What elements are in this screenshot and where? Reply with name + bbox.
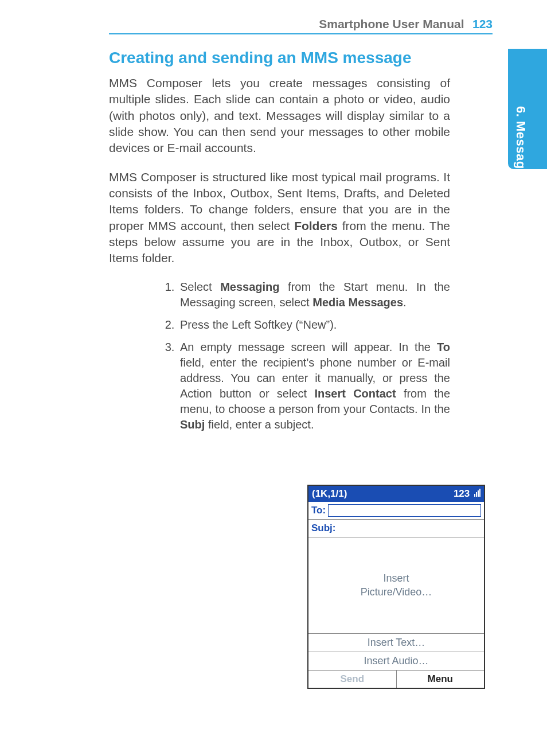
intro-paragraph-2: MMS Composer is structured like most typ… <box>109 169 450 267</box>
phone-screenshot: (1K,1/1) 123 To: Subj: InsertPicture/Vid… <box>307 485 485 689</box>
insert-picture-area[interactable]: InsertPicture/Video… <box>308 537 484 634</box>
to-label: To: <box>311 505 326 516</box>
insert-text-row[interactable]: Insert Text… <box>308 634 484 652</box>
section-heading: Creating and sending an MMS message <box>109 49 450 67</box>
softkey-bar: Send Menu <box>308 671 484 688</box>
softkey-send[interactable]: Send <box>308 671 397 688</box>
step3-d: field, enter a subject. <box>205 418 314 431</box>
page-number: 123 <box>472 17 493 30</box>
step1-bold-messaging: Messaging <box>220 280 279 293</box>
step1-a: Select <box>180 280 220 293</box>
step3-a: An empty message screen will appear. In … <box>180 341 437 353</box>
signal-icon <box>474 489 480 497</box>
to-field[interactable] <box>328 504 481 517</box>
step1-c: . <box>403 296 407 309</box>
subj-label: Subj: <box>311 523 336 534</box>
step-2: Press the Left Softkey (“New”). <box>178 317 450 333</box>
main-content: Creating and sending an MMS message MMS … <box>109 49 450 439</box>
subj-row: Subj: <box>308 520 484 537</box>
step3-bold-insert-contact: Insert Contact <box>314 387 396 400</box>
chapter-tab-label: 6. Messaging features <box>513 106 528 244</box>
status-right-wrap: 123 <box>454 488 480 500</box>
step1-bold-media: Media Messages <box>312 296 403 309</box>
step-3: An empty message screen will appear. In … <box>178 340 450 432</box>
chapter-tab: 6. Messaging features <box>508 49 547 169</box>
step3-bold-subj: Subj <box>180 418 205 431</box>
insert-audio-row[interactable]: Insert Audio… <box>308 652 484 671</box>
status-right: 123 <box>454 488 470 499</box>
phone-titlebar: (1K,1/1) 123 <box>308 486 484 502</box>
insert-picture-label: InsertPicture/Video… <box>361 572 432 599</box>
para2-bold-folders: Folders <box>294 219 338 232</box>
softkey-menu[interactable]: Menu <box>397 671 485 688</box>
subj-field[interactable] <box>338 522 482 535</box>
manual-title: Smartphone User Manual <box>319 17 464 30</box>
page-header: Smartphone User Manual 123 <box>109 17 493 34</box>
status-left: (1K,1/1) <box>312 488 347 500</box>
step-1: Select Messaging from the Start menu. In… <box>178 279 450 310</box>
step3-bold-to: To <box>437 341 450 353</box>
steps-list: Select Messaging from the Start menu. In… <box>161 279 450 432</box>
intro-paragraph-1: MMS Composer lets you create messages co… <box>109 75 450 157</box>
to-row: To: <box>308 502 484 520</box>
